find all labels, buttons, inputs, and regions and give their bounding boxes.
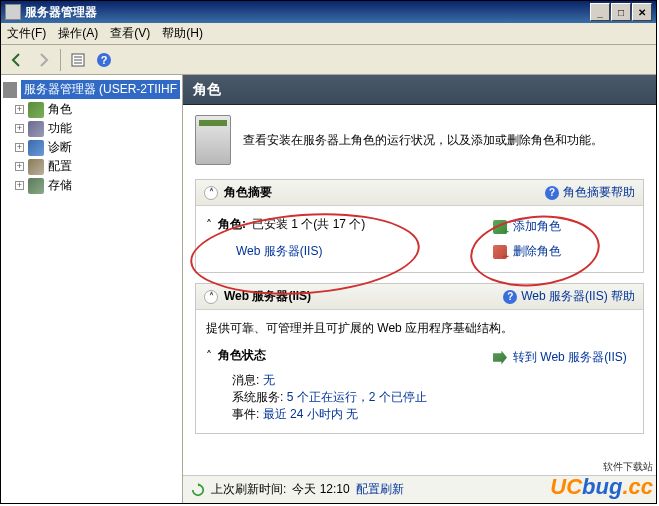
tree-item-label: 功能: [48, 120, 72, 137]
svg-text:?: ?: [101, 54, 108, 66]
help-icon: ?: [503, 290, 517, 304]
main-body: 服务器管理器 (USER-2TIIHF + 角色 + 功能 + 诊断 + 配置: [1, 75, 656, 503]
panel-body: ˄ 角色: 已安装 1 个(共 17 个) Web 服务器(IIS): [196, 206, 643, 272]
collapse-icon[interactable]: ˄: [204, 290, 218, 304]
menu-help[interactable]: 帮助(H): [162, 25, 203, 42]
app-window: 服务器管理器 _ □ ✕ 文件(F) 操作(A) 查看(V) 帮助(H) ? 服…: [0, 0, 657, 504]
menubar: 文件(F) 操作(A) 查看(V) 帮助(H): [1, 23, 656, 45]
expand-icon[interactable]: +: [15, 143, 24, 152]
goto-icon: [493, 351, 507, 365]
storage-icon: [28, 178, 44, 194]
refresh-icon: [191, 483, 205, 497]
titlebar: 服务器管理器 _ □ ✕: [1, 1, 656, 23]
back-button[interactable]: [5, 48, 29, 72]
nav-tree: 服务器管理器 (USER-2TIIHF + 角色 + 功能 + 诊断 + 配置: [1, 75, 183, 503]
collapse-icon[interactable]: ˄: [206, 349, 212, 363]
help-link-text: 角色摘要帮助: [563, 184, 635, 201]
help-icon: ?: [545, 186, 559, 200]
window-title: 服务器管理器: [25, 4, 590, 21]
server-graphic-icon: [195, 115, 231, 165]
roles-icon: [28, 102, 44, 118]
role-summary-panel: ˄ 角色摘要 ? 角色摘要帮助 ˄ 角色: 已: [195, 179, 644, 273]
close-button[interactable]: ✕: [632, 3, 652, 21]
iis-help-link[interactable]: ? Web 服务器(IIS) 帮助: [503, 288, 635, 305]
roles-label: 角色:: [218, 216, 246, 233]
delete-role-icon: [493, 245, 507, 259]
minimize-button[interactable]: _: [590, 3, 610, 21]
intro-text: 查看安装在服务器上角色的运行状况，以及添加或删除角色和功能。: [243, 132, 603, 149]
content-body: 查看安装在服务器上角色的运行状况，以及添加或删除角色和功能。 ˄ 角色摘要 ? …: [183, 105, 656, 475]
tree-item-diagnostics[interactable]: + 诊断: [3, 138, 180, 157]
config-icon: [28, 159, 44, 175]
status-time: 今天 12:10: [292, 481, 349, 498]
roles-value: 已安装 1 个(共 17 个): [252, 216, 365, 233]
tree-item-label: 诊断: [48, 139, 72, 156]
config-refresh-link[interactable]: 配置刷新: [356, 481, 404, 498]
tree-item-storage[interactable]: + 存储: [3, 176, 180, 195]
messages-row: 消息: 无: [232, 372, 463, 389]
collapse-icon[interactable]: ˄: [206, 218, 212, 232]
panel-title: 角色摘要: [224, 184, 272, 201]
forward-button[interactable]: [31, 48, 55, 72]
app-icon: [5, 4, 21, 20]
help-link-text: Web 服务器(IIS) 帮助: [521, 288, 635, 305]
tree-item-label: 存储: [48, 177, 72, 194]
summary-left: ˄ 角色: 已安装 1 个(共 17 个) Web 服务器(IIS): [206, 214, 463, 264]
menu-action[interactable]: 操作(A): [58, 25, 98, 42]
panel-body: 提供可靠、可管理并且可扩展的 Web 应用程序基础结构。 ˄ 角色状态 消息:: [196, 310, 643, 433]
server-icon: [3, 82, 17, 98]
tree-item-config[interactable]: + 配置: [3, 157, 180, 176]
expand-icon[interactable]: +: [15, 105, 24, 114]
tree-root[interactable]: 服务器管理器 (USER-2TIIHF: [3, 79, 180, 100]
panel-header: ˄ 角色摘要 ? 角色摘要帮助: [196, 180, 643, 206]
tree-root-label: 服务器管理器 (USER-2TIIHF: [21, 80, 180, 99]
summary-actions: 添加角色 删除角色: [493, 214, 633, 264]
delete-role-link[interactable]: 删除角色: [513, 243, 561, 260]
role-summary-help-link[interactable]: ? 角色摘要帮助: [545, 184, 635, 201]
tree-item-label: 角色: [48, 101, 72, 118]
diagnostics-icon: [28, 140, 44, 156]
features-icon: [28, 121, 44, 137]
status-title: 角色状态: [218, 347, 266, 364]
tree-item-features[interactable]: + 功能: [3, 119, 180, 138]
iis-role-link[interactable]: Web 服务器(IIS): [236, 243, 322, 260]
toolbar-separator: [60, 49, 61, 71]
content-header: 角色: [183, 75, 656, 105]
maximize-button[interactable]: □: [611, 3, 631, 21]
panel-header: ˄ Web 服务器(IIS) ? Web 服务器(IIS) 帮助: [196, 284, 643, 310]
collapse-icon[interactable]: ˄: [204, 186, 218, 200]
services-row: 系统服务: 5 个正在运行，2 个已停止: [232, 389, 463, 406]
properties-button[interactable]: [66, 48, 90, 72]
menu-view[interactable]: 查看(V): [110, 25, 150, 42]
help-button[interactable]: ?: [92, 48, 116, 72]
expand-icon[interactable]: +: [15, 162, 24, 171]
expand-icon[interactable]: +: [15, 181, 24, 190]
menu-file[interactable]: 文件(F): [7, 25, 46, 42]
tree-item-roles[interactable]: + 角色: [3, 100, 180, 119]
panel-title: Web 服务器(IIS): [224, 288, 311, 305]
content-pane: 角色 查看安装在服务器上角色的运行状况，以及添加或删除角色和功能。 ˄ 角色摘要…: [183, 75, 656, 503]
add-role-icon: [493, 220, 507, 234]
toolbar: ?: [1, 45, 656, 75]
window-controls: _ □ ✕: [590, 3, 652, 21]
iis-description: 提供可靠、可管理并且可扩展的 Web 应用程序基础结构。: [206, 318, 633, 345]
add-role-link[interactable]: 添加角色: [513, 218, 561, 235]
events-row: 事件: 最近 24 小时内 无: [232, 406, 463, 423]
roles-count-row: ˄ 角色: 已安装 1 个(共 17 个): [206, 214, 463, 239]
iis-panel: ˄ Web 服务器(IIS) ? Web 服务器(IIS) 帮助 提供可靠、可管…: [195, 283, 644, 434]
statusbar: 上次刷新时间: 今天 12:10 配置刷新: [183, 475, 656, 503]
intro-row: 查看安装在服务器上角色的运行状况，以及添加或删除角色和功能。: [195, 115, 644, 165]
goto-iis-link[interactable]: 转到 Web 服务器(IIS): [513, 349, 627, 366]
expand-icon[interactable]: +: [15, 124, 24, 133]
tree-item-label: 配置: [48, 158, 72, 175]
status-prefix: 上次刷新时间:: [211, 481, 286, 498]
